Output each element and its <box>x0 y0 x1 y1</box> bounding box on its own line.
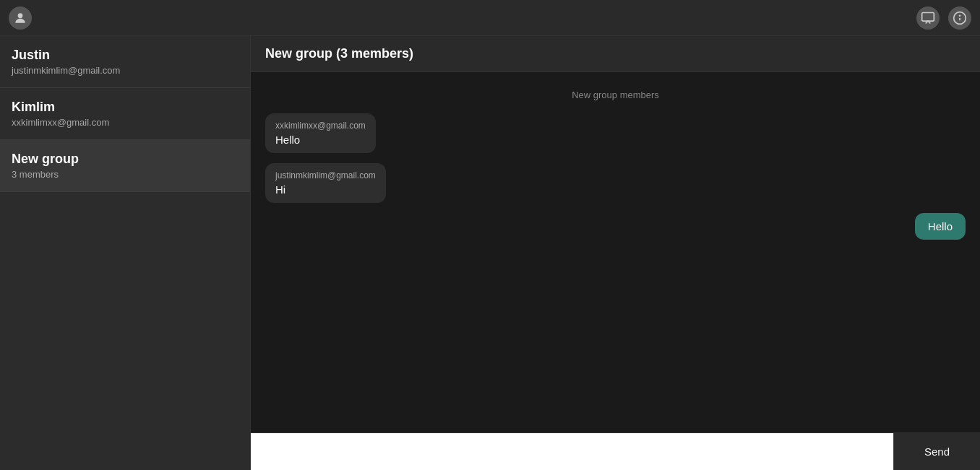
profile-icon[interactable] <box>9 6 32 30</box>
message-text-1: Hello <box>275 134 366 146</box>
sidebar: Justin justinmkimlim@gmail.com Kimlim xx… <box>0 36 251 470</box>
sidebar-item-kimlim[interactable]: Kimlim xxkimlimxx@gmail.com <box>0 88 250 140</box>
message-text-2: Hi <box>275 183 376 196</box>
sidebar-item-sub-kimlim: xxkimlimxx@gmail.com <box>12 117 238 128</box>
input-area: Send <box>251 432 980 470</box>
chat-header: New group (3 members) <box>251 36 980 72</box>
message-bubble-outgoing-1: Hello <box>915 213 966 240</box>
send-button[interactable]: Send <box>893 433 980 470</box>
message-input[interactable] <box>251 433 893 470</box>
main-layout: Justin justinmkimlim@gmail.com Kimlim xx… <box>0 36 980 470</box>
sidebar-item-name-kimlim: Kimlim <box>12 100 238 115</box>
info-icon[interactable] <box>948 6 971 30</box>
system-message: New group members <box>265 90 966 100</box>
sidebar-item-sub-justin: justinmkimlim@gmail.com <box>12 65 238 76</box>
sidebar-item-name-justin: Justin <box>12 48 238 63</box>
group-icon[interactable] <box>916 6 940 30</box>
svg-point-0 <box>18 13 23 18</box>
messages-area: New group members xxkimlimxx@gmail.com H… <box>251 72 980 432</box>
message-bubble-incoming-1: xxkimlimxx@gmail.com Hello <box>265 113 376 153</box>
svg-rect-1 <box>922 12 934 21</box>
chat-title: New group (3 members) <box>265 46 413 61</box>
message-incoming-2: justinmkimlim@gmail.com Hi <box>265 163 386 203</box>
message-outgoing-1: Hello <box>915 213 966 240</box>
message-bubble-incoming-2: justinmkimlim@gmail.com Hi <box>265 163 386 203</box>
sidebar-item-new-group[interactable]: New group 3 members <box>0 140 250 192</box>
header-bar <box>0 0 980 36</box>
message-incoming-1: xxkimlimxx@gmail.com Hello <box>265 113 376 153</box>
sidebar-item-sub-new-group: 3 members <box>12 169 238 180</box>
sidebar-item-justin[interactable]: Justin justinmkimlim@gmail.com <box>0 36 250 88</box>
chat-area: New group (3 members) New group members … <box>251 36 980 470</box>
header-right-icons <box>916 6 971 30</box>
message-sender-1: xxkimlimxx@gmail.com <box>275 121 366 131</box>
sidebar-item-name-new-group: New group <box>12 152 238 167</box>
message-sender-2: justinmkimlim@gmail.com <box>275 170 376 180</box>
